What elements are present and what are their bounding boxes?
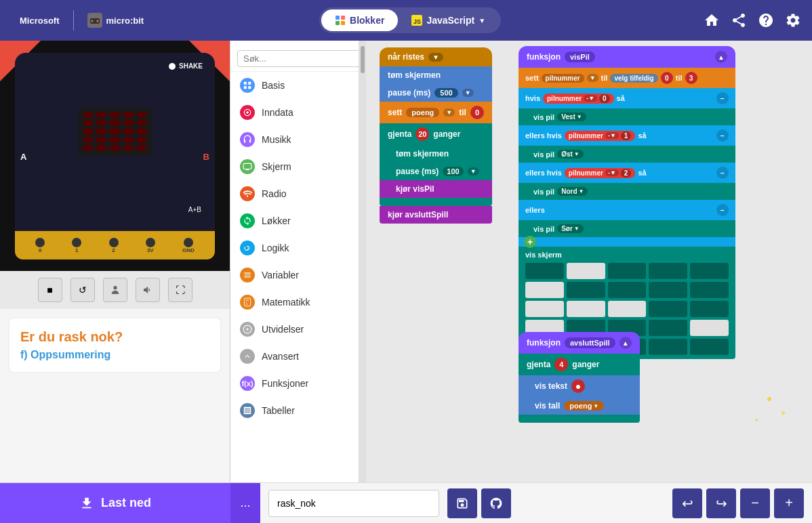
sett-poeng-block[interactable]: sett poeng ▼ til 0 (380, 102, 492, 123)
led-3-2 (109, 137, 121, 143)
elseif-block-2[interactable]: ellers hvis pilnummer -▼ 2 så − (519, 163, 735, 183)
condition-3: pilnummer -▼ 2 (565, 168, 636, 178)
simulator-screen: SHAKE B (0, 41, 230, 271)
vis-tall-block[interactable]: vis tall poeng ▼ (519, 397, 640, 415)
category-lokker[interactable]: Løkker (230, 207, 359, 234)
share-button[interactable] (731, 12, 747, 28)
vispil-header[interactable]: funksjon visPil ▲ (519, 46, 735, 68)
sidebar-scrollbar[interactable] (359, 41, 366, 482)
tab-javascript[interactable]: JS JavaScript ▼ (398, 9, 499, 31)
nord-dropdown[interactable]: Nord ▼ (557, 187, 588, 196)
kior-avslutt-block[interactable]: kjør avsluttSpill (380, 206, 492, 224)
category-variabler[interactable]: Variabler (230, 262, 359, 289)
category-inndata[interactable]: Inndata (230, 99, 359, 126)
person-button[interactable] (103, 278, 127, 302)
table-icon (243, 406, 252, 415)
fullscreen-button[interactable]: ⛶ (168, 278, 192, 302)
avslutt-expand[interactable]: ▲ (620, 337, 632, 349)
category-avansert[interactable]: Avansert (230, 343, 359, 370)
poeng-dropdown[interactable]: ▼ (443, 108, 455, 117)
undo-button[interactable]: ↩ (672, 488, 702, 518)
vis-pil-ost[interactable]: vis pil Øst ▼ (519, 146, 735, 163)
category-logikk[interactable]: Logikk (230, 234, 359, 262)
shake-hat-block[interactable]: når ristes ▼ (380, 47, 492, 66)
vis-pil-vest[interactable]: vis pil Vest ▼ (519, 108, 735, 125)
github-button[interactable] (481, 488, 511, 518)
elseif-block-1[interactable]: ellers hvis pilnummer -▼ 1 så − (519, 125, 735, 146)
sor-dropdown[interactable]: Sør ▼ (557, 224, 584, 233)
if-minus-1[interactable]: − (716, 92, 729, 104)
home-button[interactable] (704, 12, 720, 28)
category-matematikk[interactable]: Matematikk (230, 289, 359, 316)
download-button[interactable]: Last ned (0, 483, 230, 524)
scrollbar-thumb[interactable] (361, 46, 365, 73)
pause-100-block[interactable]: pause (ms) 100 ▼ (380, 163, 492, 180)
share-icon (731, 12, 747, 28)
if-minus-2[interactable]: − (716, 129, 729, 142)
avansert-icon (240, 349, 255, 364)
vis-pil-sor[interactable]: vis pil Sør ▼ (519, 220, 735, 237)
tab-blocks[interactable]: Blokker (321, 9, 398, 31)
ost-dropdown[interactable]: Øst ▼ (557, 150, 584, 159)
category-utvidelser[interactable]: Utvidelser (230, 316, 359, 343)
shake-dropdown[interactable]: ▼ (428, 53, 443, 62)
filename-input[interactable] (268, 490, 439, 517)
pause-100-label: pause (ms) (396, 167, 439, 176)
hvis-block-1[interactable]: hvis pilnummer -▼ 0 så − (519, 88, 735, 108)
avslutt-header[interactable]: funksjon avsluttSpill ▲ (519, 332, 640, 354)
gjenta-4-block[interactable]: gjenta 4 ganger (519, 354, 640, 375)
cond-dropdown-2[interactable]: -▼ (605, 132, 619, 139)
if-minus-3[interactable]: − (716, 167, 729, 179)
zoom-in-button[interactable]: + (774, 488, 804, 518)
sound-button[interactable] (136, 278, 160, 302)
sett-label-1: sett (388, 108, 402, 117)
redo-button[interactable]: ↪ (706, 488, 736, 518)
grid-icon (243, 81, 252, 90)
category-radio[interactable]: Radio (230, 180, 359, 207)
code-workspace[interactable]: når ristes ▼ tøm skjermen pause (ms) 500… (366, 41, 812, 482)
more-button[interactable]: ... (230, 483, 260, 524)
pause-100-dropdown[interactable]: ▼ (468, 167, 479, 175)
search-input[interactable] (237, 50, 359, 67)
zoom-out-button[interactable]: − (740, 488, 770, 518)
pause-500-block[interactable]: pause (ms) 500 ▼ (380, 84, 492, 102)
microbit-logo: micro:bit (87, 13, 144, 28)
cond-dropdown-1[interactable]: -▼ (584, 95, 597, 102)
else-block[interactable]: ellers − (519, 200, 735, 220)
pilnummer-dropdown[interactable]: ▼ (587, 74, 598, 82)
add-branch-btn[interactable]: + (524, 236, 536, 248)
restart-button[interactable]: ↺ (70, 278, 95, 302)
simulator-panel: SHAKE B (0, 41, 230, 482)
gjenta-block[interactable]: gjenta 20 ganger (380, 123, 492, 145)
vis-tall-poeng: poeng ▼ (564, 401, 604, 411)
svg-rect-12 (248, 82, 251, 85)
sound-icon (142, 285, 153, 295)
pin-2-label: 2 (109, 247, 119, 253)
save-button[interactable] (447, 488, 477, 518)
pause-dropdown[interactable]: ▼ (462, 89, 474, 97)
cond-dropdown-3[interactable]: -▼ (605, 169, 619, 176)
category-tabeller[interactable]: Tabeller (230, 397, 359, 424)
if-minus-4[interactable]: − (716, 204, 729, 216)
help-button[interactable] (758, 12, 774, 28)
kior-vispil-block[interactable]: kjør visPil (380, 180, 492, 198)
sa-label-1: så (617, 94, 625, 102)
tom-skjermen-2[interactable]: tøm skjermen (380, 145, 492, 163)
vis-tall-label: vis tall (535, 401, 560, 411)
category-musikk[interactable]: Musikk (230, 126, 359, 153)
cond-val-3: 2 (621, 169, 632, 177)
vispil-expand[interactable]: ▲ (715, 51, 727, 63)
svg-rect-17 (243, 163, 251, 169)
category-skjerm[interactable]: Skjerm (230, 153, 359, 180)
category-basis[interactable]: Basis (230, 72, 359, 99)
stop-button[interactable]: ■ (38, 278, 62, 302)
tom-skjermen-1[interactable]: tøm skjermen (380, 66, 492, 84)
gjenta-4-label: gjenta (527, 360, 550, 369)
sett-pilnummer-block[interactable]: sett pilnummer ▼ til velg tilfeldig 0 ti… (519, 68, 735, 88)
grid-led-12 (608, 301, 647, 317)
settings-button[interactable] (785, 12, 801, 28)
vest-dropdown[interactable]: Vest ▼ (557, 112, 586, 121)
vis-tekst-block[interactable]: vis tekst ● (519, 375, 640, 397)
category-funksjoner[interactable]: f(x) Funksjoner (230, 370, 359, 397)
vis-pil-nord[interactable]: vis pil Nord ▼ (519, 183, 735, 200)
